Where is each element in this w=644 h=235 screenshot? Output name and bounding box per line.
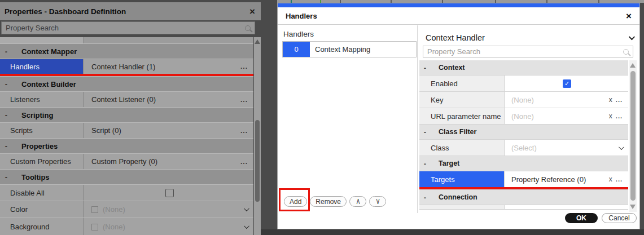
collapse-icon: - [419, 159, 431, 168]
chevron-down-icon [629, 34, 635, 40]
annotation-underline-handlers [0, 74, 253, 76]
chevron-down-icon[interactable] [244, 206, 249, 211]
handlers-list-header: Handlers [283, 30, 314, 38]
cancel-button[interactable]: Cancel [602, 213, 637, 223]
properties-grid: - Context Mapper Handlers Context Handle… [0, 37, 253, 235]
row-targets-name: Targets [419, 171, 505, 187]
row-key-value: (None) [511, 96, 534, 104]
partial-row [419, 205, 628, 209]
list-button-row: Add Remove /\ \/ [284, 196, 386, 207]
clear-button[interactable]: x [609, 175, 616, 183]
clear-button[interactable]: x [609, 96, 616, 104]
section-label: Class Filter [431, 128, 476, 136]
row-key[interactable]: Key (None) x ... [419, 92, 628, 108]
enabled-checkbox[interactable]: ✓ [563, 79, 571, 88]
dialog-titlebar: Handlers × [278, 7, 639, 25]
section-context-mapper[interactable]: - Context Mapper [0, 44, 253, 59]
ellipsis-button[interactable]: ... [240, 158, 248, 166]
row-handlers-name: Handlers [0, 59, 84, 74]
scrollbar-thumb[interactable] [630, 71, 636, 201]
section-context-builder[interactable]: - Context Builder [0, 77, 253, 91]
section-label: Connection [431, 193, 477, 201]
row-url-parameter-value: (None) [511, 112, 534, 121]
scroll-up-icon[interactable] [255, 39, 260, 44]
dialog-close-icon[interactable]: × [626, 11, 632, 21]
screen: Properties - Dashboard Definition × Prop… [0, 0, 644, 235]
row-scripts[interactable]: Scripts Script (0) ... [0, 123, 253, 138]
ellipsis-button[interactable]: ... [240, 63, 248, 70]
row-url-parameter-name-label: URL parameter name [419, 108, 505, 124]
annotation-underline-targets [419, 187, 628, 189]
search-icon [623, 49, 629, 55]
ellipsis-button[interactable]: ... [616, 96, 623, 103]
ellipsis-button[interactable]: ... [616, 176, 623, 183]
scroll-down-icon[interactable] [630, 205, 636, 209]
scrollbar-thumb[interactable] [255, 120, 260, 202]
check-icon: ✓ [564, 80, 569, 87]
properties-panel-titlebar: Properties - Dashboard Definition × [0, 2, 261, 20]
row-key-name: Key [419, 92, 505, 108]
section-label: Context Mapper [12, 47, 77, 56]
detail-scrollbar[interactable] [629, 60, 637, 212]
row-custom-properties[interactable]: Custom Properties Custom Property (0) ..… [0, 154, 253, 169]
ellipsis-button[interactable]: ... [240, 96, 248, 104]
row-custom-properties-name: Custom Properties [0, 154, 84, 169]
chevron-down-icon[interactable] [619, 144, 624, 150]
ellipsis-button[interactable]: ... [240, 127, 248, 135]
disable-all-checkbox[interactable] [165, 189, 174, 197]
scroll-up-icon[interactable] [630, 63, 636, 68]
section-class-filter[interactable]: - Class Filter [419, 125, 628, 139]
row-background-value: (None) [103, 223, 125, 231]
remove-button[interactable]: Remove [310, 196, 347, 207]
ellipsis-button[interactable]: ... [616, 113, 623, 119]
handlers-list-item[interactable]: 0 Context Mapping [282, 41, 417, 57]
row-color[interactable]: Color (None) [0, 201, 253, 218]
list-item-index: 0 [283, 42, 310, 57]
properties-close-icon[interactable]: × [249, 7, 255, 16]
collapse-icon: - [0, 173, 12, 181]
row-targets-value: Property Reference (0) [511, 175, 586, 184]
add-button[interactable]: Add [284, 196, 307, 207]
collapse-icon: - [0, 47, 12, 56]
ok-button[interactable]: OK [565, 213, 598, 223]
move-up-button[interactable]: /\ [349, 196, 366, 207]
row-background[interactable]: Background (None) [0, 218, 253, 235]
scrolled-row-remnant [0, 37, 253, 43]
clear-button[interactable]: x [609, 112, 616, 120]
section-tooltips[interactable]: - Tooltips [0, 170, 253, 184]
row-listeners[interactable]: Listeners Context Listener (0) ... [0, 92, 253, 107]
collapse-icon: - [419, 128, 431, 136]
row-url-parameter-name[interactable]: URL parameter name (None) x ... [419, 108, 628, 124]
row-class[interactable]: Class (Select) [419, 140, 628, 156]
section-context[interactable]: - Context [419, 60, 628, 75]
section-scripting[interactable]: - Scripting [0, 108, 253, 122]
list-item-label: Context Mapping [310, 42, 416, 57]
dialog-divider [417, 25, 418, 213]
collapse-icon: - [0, 111, 12, 119]
row-custom-properties-value: Custom Property (0) [91, 157, 157, 166]
collapse-icon: - [419, 193, 431, 202]
color-swatch [91, 224, 98, 230]
section-label: Context [431, 64, 465, 72]
row-listeners-name: Listeners [0, 92, 84, 107]
row-disable-all[interactable]: Disable All [0, 185, 253, 201]
section-properties[interactable]: - Properties [0, 139, 253, 153]
section-connection[interactable]: - Connection [419, 190, 628, 205]
background-strip [261, 229, 644, 235]
row-enabled[interactable]: Enabled ✓ [419, 76, 628, 91]
section-target[interactable]: - Target [419, 156, 628, 171]
handler-type-selector[interactable]: Context Handler [426, 32, 633, 44]
property-search-input[interactable]: Property Search [1, 21, 255, 34]
chevron-down-icon[interactable] [244, 223, 249, 229]
left-panel-scrollbar[interactable] [254, 37, 261, 235]
row-handlers-value: Context Handler (1) [91, 63, 155, 71]
row-handlers[interactable]: Handlers Context Handler (1) ... [0, 59, 253, 74]
row-targets[interactable]: Targets Property Reference (0) x ... [419, 171, 628, 187]
collapse-icon: - [0, 80, 12, 88]
handler-type-label: Context Handler [426, 33, 485, 42]
detail-search-input[interactable]: Property Search [423, 46, 633, 57]
move-down-button[interactable]: \/ [369, 196, 386, 207]
collapse-icon: - [419, 64, 431, 72]
row-enabled-name: Enabled [419, 76, 505, 91]
section-label: Properties [12, 142, 58, 150]
